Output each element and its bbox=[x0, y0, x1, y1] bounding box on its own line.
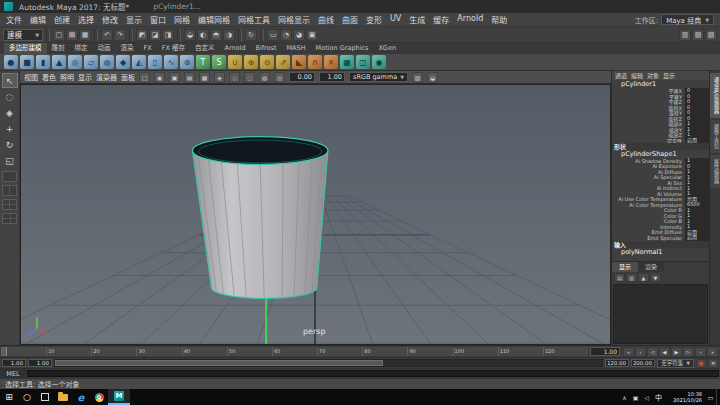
sidebar-channel-box-icon[interactable]: ▨ bbox=[705, 29, 717, 41]
chrome-browser-button[interactable] bbox=[90, 389, 108, 405]
animation-preferences-button[interactable]: ≡ bbox=[708, 359, 718, 368]
panel-menu-renderer[interactable]: 渲染器 bbox=[96, 72, 117, 82]
svg-tool-icon[interactable]: S bbox=[212, 55, 226, 69]
textured-icon[interactable]: ▨ bbox=[412, 72, 423, 83]
shelf-tab[interactable]: 雕刻 bbox=[47, 43, 70, 54]
separate-icon[interactable]: ⊖ bbox=[260, 55, 274, 69]
menu-item[interactable]: 帮助 bbox=[491, 14, 507, 25]
time-tick[interactable]: 30 bbox=[136, 347, 181, 356]
move-layer-up-icon[interactable]: ▲ bbox=[638, 273, 649, 282]
snap-plane-icon[interactable]: ◑ bbox=[223, 29, 235, 41]
select-camera-icon[interactable]: ▢ bbox=[139, 72, 150, 83]
input-node-name[interactable]: polyNormal1 bbox=[612, 248, 709, 256]
shelf-tab[interactable]: MASH bbox=[282, 43, 311, 54]
shelf-tab[interactable]: 自定义 bbox=[190, 43, 220, 54]
polygon-disc-icon[interactable]: ◍ bbox=[100, 55, 114, 69]
dock-tab-modeling-toolkit[interactable]: 建模工具包 bbox=[710, 120, 720, 153]
task-view-button[interactable] bbox=[36, 389, 54, 405]
shelf-tab[interactable]: Bifrost bbox=[251, 43, 282, 54]
snap-curve-icon[interactable]: ◐ bbox=[197, 29, 209, 41]
status-group-separator[interactable] bbox=[177, 29, 181, 41]
status-group-separator[interactable] bbox=[260, 29, 264, 41]
step-back-key-button[interactable]: ‹ bbox=[635, 347, 646, 357]
bridge-icon[interactable]: ∩ bbox=[308, 55, 322, 69]
xray-icon[interactable]: ◍ bbox=[259, 72, 270, 83]
go-to-end-button[interactable]: » bbox=[707, 347, 718, 357]
open-scene-icon[interactable]: ▤ bbox=[66, 29, 78, 41]
type-tool-icon[interactable]: T bbox=[196, 55, 210, 69]
scale-tool[interactable]: ◱ bbox=[2, 153, 18, 168]
time-tick[interactable]: 10 bbox=[46, 347, 91, 356]
construction-history-icon[interactable]: ↻ bbox=[245, 29, 257, 41]
viewport-perspective[interactable]: persp bbox=[20, 84, 611, 345]
step-forward-frame-button[interactable]: ▷ bbox=[683, 347, 694, 357]
maya-taskbar-button[interactable]: M bbox=[108, 389, 130, 405]
playback-end-field[interactable]: 120.00 bbox=[605, 359, 629, 367]
step-forward-key-button[interactable]: › bbox=[695, 347, 706, 357]
extrude-icon[interactable]: ⇗ bbox=[276, 55, 290, 69]
polygon-helix-icon[interactable]: ∿ bbox=[164, 55, 178, 69]
panel-menu-panels[interactable]: 面板 bbox=[121, 72, 135, 82]
time-tick[interactable]: 90 bbox=[407, 347, 452, 356]
layer-tab-display[interactable]: 显示 bbox=[612, 262, 638, 272]
menu-item[interactable]: 网格工具 bbox=[238, 14, 270, 25]
network-icon[interactable]: ▣ bbox=[630, 389, 641, 405]
polygon-gear-icon[interactable]: ⊛ bbox=[180, 55, 194, 69]
paint-select-tool[interactable]: ◈ bbox=[2, 105, 18, 120]
bookmarks-icon[interactable]: ▤ bbox=[184, 72, 195, 83]
animation-end-field[interactable]: 200.00 bbox=[631, 359, 655, 367]
move-tool[interactable]: + bbox=[2, 121, 18, 136]
save-scene-icon[interactable]: ▦ bbox=[79, 29, 91, 41]
2d-pan-zoom-icon[interactable]: ◈ bbox=[214, 72, 225, 83]
time-tick[interactable]: 40 bbox=[182, 347, 227, 356]
show-desktop-button[interactable] bbox=[716, 389, 720, 405]
time-tick[interactable]: 110 bbox=[498, 347, 543, 356]
ime-indicator[interactable]: 中 bbox=[652, 392, 665, 402]
image-plane-icon[interactable]: ▦ bbox=[199, 72, 210, 83]
channel-box-menu[interactable]: 显示 bbox=[663, 71, 675, 80]
menu-item[interactable]: Arnold bbox=[457, 14, 483, 25]
panel-menu-view[interactable]: 视图 bbox=[24, 72, 38, 82]
workspace-selector[interactable]: Maya 经典▼ bbox=[661, 14, 714, 25]
taskbar-clock[interactable]: 10:38 2021/10/26 bbox=[665, 391, 705, 403]
smooth-icon[interactable]: ◉ bbox=[372, 55, 386, 69]
cylinder-top-opening[interactable] bbox=[192, 137, 328, 165]
character-set-selector[interactable]: 无字符集▼ bbox=[657, 359, 694, 368]
menu-item[interactable]: 文件 bbox=[6, 14, 22, 25]
isolate-select-icon[interactable]: ◌ bbox=[244, 72, 255, 83]
menu-item[interactable]: 选择 bbox=[78, 14, 94, 25]
select-component-icon[interactable]: ◨ bbox=[162, 29, 174, 41]
exposure-field[interactable]: 0.00 bbox=[289, 72, 315, 82]
channel-box-menu[interactable]: 编辑 bbox=[631, 71, 643, 80]
render-view-icon[interactable]: ▭ bbox=[267, 29, 279, 41]
range-track[interactable] bbox=[54, 359, 603, 367]
playback-start-field[interactable]: 1.00 bbox=[28, 359, 52, 367]
panel-menu-shading[interactable]: 着色 bbox=[42, 72, 56, 82]
search-button[interactable]: ○ bbox=[18, 389, 36, 405]
file-explorer-button[interactable] bbox=[54, 389, 72, 405]
status-group-separator[interactable] bbox=[129, 29, 133, 41]
polygon-plane-icon[interactable]: ▱ bbox=[84, 55, 98, 69]
polygon-cube-icon[interactable]: ■ bbox=[20, 55, 34, 69]
play-backward-button[interactable]: ◀ bbox=[659, 347, 670, 357]
status-group-separator[interactable] bbox=[94, 29, 98, 41]
mirror-icon[interactable]: ◫ bbox=[356, 55, 370, 69]
lasso-tool[interactable]: ◌ bbox=[2, 89, 18, 104]
polygon-torus-icon[interactable]: ◎ bbox=[68, 55, 82, 69]
render-settings-icon[interactable]: ▣ bbox=[306, 29, 318, 41]
shelf-tab[interactable]: Motion Graphics bbox=[311, 43, 374, 54]
animation-start-field[interactable]: 1.00 bbox=[2, 359, 26, 367]
menu-item[interactable]: 曲面 bbox=[342, 14, 358, 25]
undo-icon[interactable]: ↶ bbox=[101, 29, 113, 41]
move-layer-down-icon[interactable]: ▼ bbox=[650, 273, 661, 282]
layout-four-pane-button[interactable] bbox=[2, 199, 17, 210]
tray-expand-button[interactable]: ∧ bbox=[619, 389, 630, 405]
shelf-tab[interactable]: 绑定 bbox=[70, 43, 93, 54]
menu-item[interactable]: 生成 bbox=[409, 14, 425, 25]
time-tick[interactable]: 100 bbox=[453, 347, 498, 356]
polygon-pipe-icon[interactable]: ▯ bbox=[148, 55, 162, 69]
play-forward-button[interactable]: ▶ bbox=[671, 347, 682, 357]
menu-item[interactable]: UV bbox=[390, 14, 401, 25]
gamma-field[interactable]: 1.00 bbox=[319, 72, 345, 82]
shelf-tab[interactable]: 动画 bbox=[93, 43, 116, 54]
